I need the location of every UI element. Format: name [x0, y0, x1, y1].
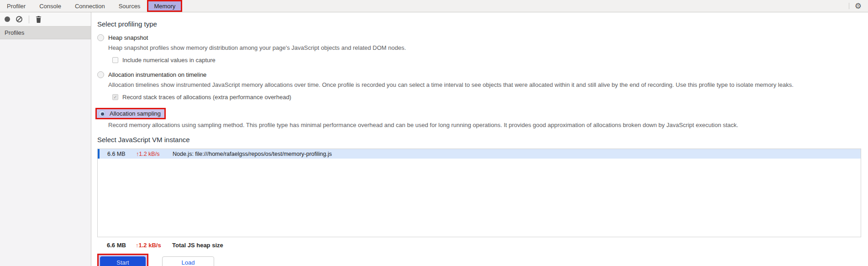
allocation-instrumentation-description: Allocation timelines show instrumented J… — [108, 81, 861, 89]
tabbar-spacer — [182, 0, 848, 12]
checkbox-label: Record stack traces of allocations (extr… — [122, 94, 291, 101]
start-button-annotation: Start — [97, 254, 148, 266]
heap-totals: 6.6 MB ↑1.2 kB/s Total JS heap size — [97, 242, 861, 249]
heap-snapshot-description: Heap snapshot profiles show memory distr… — [108, 44, 861, 52]
load-button[interactable]: Load — [162, 256, 214, 266]
checkbox-label: Include numerical values in capture — [122, 57, 216, 64]
checkbox-icon: ✓ — [112, 94, 118, 100]
tab-sources[interactable]: Sources — [112, 0, 147, 12]
checkbox-include-numerical-values[interactable]: Include numerical values in capture — [112, 56, 861, 64]
toolbar-divider — [29, 16, 29, 23]
total-heap-size: 6.6 MB — [107, 242, 132, 249]
profiler-toolbar — [0, 12, 91, 27]
memory-panel: Select profiling type Heap snapshot Heap… — [91, 12, 868, 266]
radio-label: Allocation instrumentation on timeline — [108, 71, 206, 78]
checkbox-icon[interactable] — [112, 57, 118, 63]
radio-label: Heap snapshot — [108, 34, 148, 41]
vm-instance-list: 6.6 MB ↑1.2 kB/s Node.js: file:///home/r… — [97, 149, 861, 237]
total-heap-rate: ↑1.2 kB/s — [136, 242, 165, 249]
tab-connection[interactable]: Connection — [68, 0, 112, 12]
tab-profiler[interactable]: Profiler — [0, 0, 32, 12]
total-heap-label: Total JS heap size — [172, 242, 223, 249]
record-icon[interactable] — [5, 16, 10, 22]
vm-instance-row[interactable]: 6.6 MB ↑1.2 kB/s Node.js: file:///home/r… — [98, 149, 861, 159]
radio-icon[interactable] — [97, 34, 104, 41]
allocation-sampling-description: Record memory allocations using sampling… — [108, 121, 861, 129]
tab-memory[interactable]: Memory — [147, 0, 182, 12]
vm-instance-name: Node.js: file:///home/rafaelgss/repos/os… — [173, 151, 332, 157]
devtools-window: Profiler Console Connection Sources Memo… — [0, 0, 868, 266]
radio-heap-snapshot[interactable]: Heap snapshot — [97, 33, 861, 42]
clear-icon[interactable] — [16, 16, 22, 22]
start-button[interactable]: Start — [100, 256, 146, 266]
radio-icon[interactable] — [97, 71, 104, 78]
trash-icon[interactable] — [36, 16, 42, 23]
vm-instance-heading: Select JavaScript VM instance — [97, 136, 861, 144]
tab-console[interactable]: Console — [32, 0, 68, 12]
radio-allocation-instrumentation[interactable]: Allocation instrumentation on timeline — [97, 70, 861, 79]
sidebar-empty-area — [0, 39, 91, 266]
sidebar: Profiles — [0, 12, 91, 266]
radio-allocation-sampling[interactable]: Allocation sampling — [95, 108, 166, 119]
vm-heap-size: 6.6 MB — [107, 151, 132, 157]
sidebar-item-profiles[interactable]: Profiles — [0, 27, 91, 39]
content-area: Profiles Select profiling type Heap snap… — [0, 12, 868, 266]
action-buttons: Start Load — [97, 254, 861, 266]
settings-gear-icon[interactable]: ⚙ — [849, 0, 868, 12]
vm-heap-rate: ↑1.2 kB/s — [136, 151, 166, 157]
radio-label: Allocation sampling — [110, 110, 161, 117]
radio-icon-selected[interactable] — [99, 110, 105, 117]
checkbox-record-stack-traces[interactable]: ✓ Record stack traces of allocations (ex… — [112, 93, 861, 101]
tab-bar: Profiler Console Connection Sources Memo… — [0, 0, 868, 12]
profiling-type-heading: Select profiling type — [97, 20, 861, 28]
